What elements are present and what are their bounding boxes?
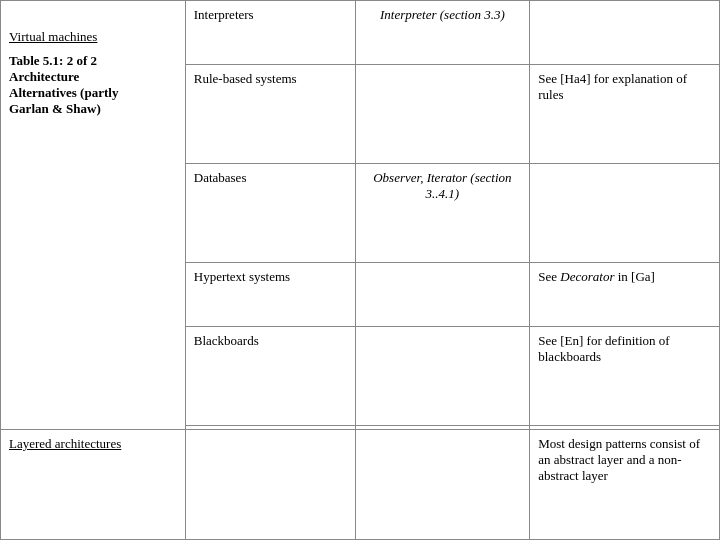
databases-note xyxy=(530,163,720,262)
row-layered: Layered architectures Most design patter… xyxy=(1,430,720,540)
main-table: Virtual machines Table 5.1: 2 of 2 Archi… xyxy=(0,0,720,540)
left-col-virtual: Virtual machines Table 5.1: 2 of 2 Archi… xyxy=(1,1,186,430)
interpreter-pattern: Interpreter (section 3.3) xyxy=(355,1,530,65)
hypertext-pattern xyxy=(355,263,530,327)
layered-label-cell: Layered architectures xyxy=(1,430,186,540)
table-subtitle-1: Table 5.1: 2 of 2 Architecture Alternati… xyxy=(9,53,177,117)
layered-col2 xyxy=(185,430,355,540)
rule-based-note: See [Ha4] for explanation of rules xyxy=(530,64,720,163)
layered-col3 xyxy=(355,430,530,540)
layered-note: Most design patterns consist of an abstr… xyxy=(530,430,720,540)
interpreter-note xyxy=(530,1,720,65)
hypertext-note: See Decorator in [Ga] xyxy=(530,263,720,327)
databases-label: Databases xyxy=(185,163,355,262)
blackboards-pattern xyxy=(355,326,530,425)
hypertext-label: Hypertext systems xyxy=(185,263,355,327)
interpreters-label: Interpreters xyxy=(185,1,355,65)
blackboards-note: See [En] for definition of blackboards xyxy=(530,326,720,425)
rule-based-label: Rule-based systems xyxy=(185,64,355,163)
blackboards-label: Blackboards xyxy=(185,326,355,425)
databases-pattern: Observer, Iterator (section 3..4.1) xyxy=(355,163,530,262)
rule-based-pattern xyxy=(355,64,530,163)
virtual-machines-label: Virtual machines xyxy=(9,29,177,45)
layered-label: Layered architectures xyxy=(9,436,121,451)
row-interpreters: Virtual machines Table 5.1: 2 of 2 Archi… xyxy=(1,1,720,65)
